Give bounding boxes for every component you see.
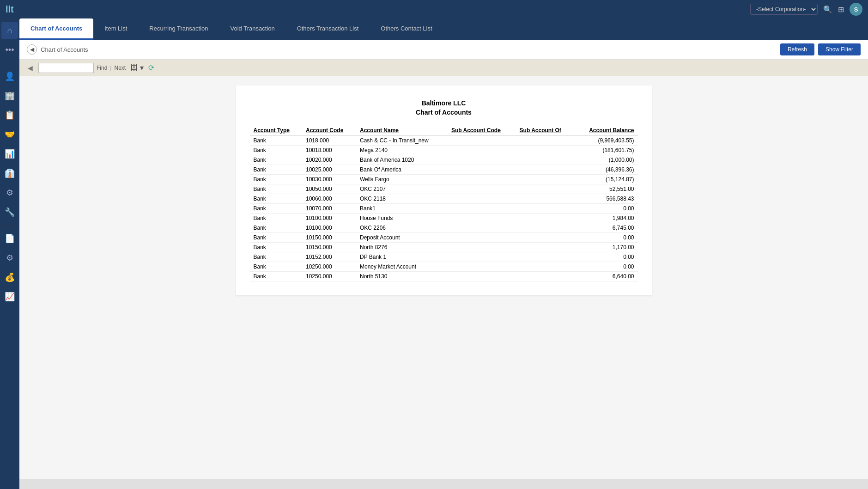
cell-account-balance: 0.00 [575, 233, 637, 243]
sidebar-item-contacts[interactable]: 🤝 [1, 126, 18, 143]
report-title: Chart of Accounts [250, 109, 638, 116]
cell-account-code: 10020.000 [302, 155, 356, 165]
sidebar-item-home[interactable]: ⌂ [1, 22, 18, 39]
cell-account-type: Bank [250, 146, 303, 155]
sidebar-item-tools[interactable]: 🔧 [1, 204, 18, 220]
cell-account-balance: 566,588.43 [575, 194, 637, 204]
cell-sub-account-code [448, 252, 516, 262]
cell-sub-account-code [448, 146, 516, 155]
cell-sub-account-of [516, 146, 575, 155]
table-row[interactable]: Bank 10030.000 Wells Fargo (15,124.87) [250, 175, 638, 184]
sidebar-item-system-settings[interactable]: ⚙ [1, 250, 18, 266]
table-row[interactable]: Bank 10020.000 Bank of America 1020 (1,0… [250, 155, 638, 165]
cell-account-balance: 1,984.00 [575, 214, 637, 223]
cell-sub-account-of [516, 272, 575, 281]
cell-account-type: Bank [250, 262, 303, 272]
grid-icon[interactable]: ⊞ [838, 5, 844, 14]
table-row[interactable]: Bank 10250.000 North 5130 6,640.00 [250, 272, 638, 281]
sidebar-item-user[interactable]: 👤 [1, 68, 18, 85]
sidebar-item-transactions[interactable]: 📄 [1, 230, 18, 247]
table-row[interactable]: Bank 10100.000 House Funds 1,984.00 [250, 214, 638, 223]
cell-sub-account-code [448, 223, 516, 233]
user-avatar[interactable]: S [850, 3, 862, 16]
cell-sub-account-code [448, 165, 516, 175]
table-row[interactable]: Bank 10060.000 OKC 2118 566,588.43 [250, 194, 638, 204]
next-label[interactable]: Next [114, 65, 126, 71]
cell-account-balance: 0.00 [575, 262, 637, 272]
cell-account-type: Bank [250, 194, 303, 204]
breadcrumb-left: ◀ Chart of Accounts [27, 44, 88, 55]
table-row[interactable]: Bank 10018.000 Mega 2140 (181,601.75) [250, 146, 638, 155]
statusbar [19, 479, 868, 489]
sidebar-item-chart[interactable]: 📈 [1, 288, 18, 305]
sidebar-item-documents[interactable]: 📋 [1, 107, 18, 123]
cell-account-type: Bank [250, 214, 303, 223]
cell-account-balance: 6,640.00 [575, 272, 637, 281]
cell-account-type: Bank [250, 175, 303, 184]
cell-account-name: House Funds [356, 214, 448, 223]
table-row[interactable]: Bank 10250.000 Money Market Account 0.00 [250, 262, 638, 272]
table-header-row: Account Type Account Code Account Name S… [250, 125, 638, 136]
cell-account-type: Bank [250, 165, 303, 175]
tab-recurring-transaction[interactable]: Recurring Transaction [138, 18, 219, 40]
cell-account-balance: 0.00 [575, 252, 637, 262]
cell-sub-account-of [516, 223, 575, 233]
table-row[interactable]: Bank 10150.000 North 8276 1,170.00 [250, 243, 638, 252]
cell-account-code: 10070.000 [302, 204, 356, 214]
export-icon[interactable]: 🖼 ▾ [128, 62, 145, 73]
sidebar: ⌂ ••• 👤 🏢 📋 🤝 📊 👔 ⚙ 🔧 📄 ⚙ 💰 📈 [0, 18, 19, 489]
cell-account-code: 10250.000 [302, 272, 356, 281]
sidebar-item-buildings[interactable]: 🏢 [1, 87, 18, 104]
search-icon[interactable]: 🔍 [823, 5, 832, 14]
table-row[interactable]: Bank 10050.000 OKC 2107 52,551.00 [250, 184, 638, 194]
table-row[interactable]: Bank 10025.000 Bank Of America (46,396.3… [250, 165, 638, 175]
sidebar-item-reports[interactable]: 📊 [1, 146, 18, 162]
cell-sub-account-of [516, 165, 575, 175]
find-label: Find [97, 65, 107, 71]
cell-account-name: OKC 2118 [356, 194, 448, 204]
table-row[interactable]: Bank 10152.000 DP Bank 1 0.00 [250, 252, 638, 262]
corporation-select[interactable]: -Select Corporation- [750, 4, 818, 15]
back-button[interactable]: ◀ [27, 44, 37, 55]
cell-account-code: 10250.000 [302, 262, 356, 272]
cell-account-name: Deposit Account [356, 233, 448, 243]
sidebar-item-more[interactable]: ••• [1, 42, 18, 58]
tab-bar: Chart of Accounts Item List Recurring Tr… [19, 18, 868, 40]
tab-chart-of-accounts[interactable]: Chart of Accounts [19, 18, 93, 40]
cell-account-balance: (46,396.36) [575, 165, 637, 175]
cell-account-name: Bank of America 1020 [356, 155, 448, 165]
cell-sub-account-code [448, 243, 516, 252]
toolbar-back-arrow[interactable]: ◀ [25, 63, 36, 73]
tab-item-list[interactable]: Item List [93, 18, 138, 40]
search-input[interactable] [38, 63, 94, 73]
cell-account-name: Wells Fargo [356, 175, 448, 184]
cell-sub-account-code [448, 233, 516, 243]
cell-account-code: 10030.000 [302, 175, 356, 184]
cell-account-name: OKC 2206 [356, 223, 448, 233]
cell-sub-account-code [448, 155, 516, 165]
tab-void-transaction[interactable]: Void Transaction [219, 18, 286, 40]
cell-sub-account-code [448, 194, 516, 204]
table-row[interactable]: Bank 10070.000 Bank1 0.00 [250, 204, 638, 214]
toolbar-refresh-icon[interactable]: ⟳ [148, 63, 154, 72]
cell-sub-account-code [448, 184, 516, 194]
cell-sub-account-code [448, 136, 516, 146]
cell-account-type: Bank [250, 272, 303, 281]
cell-account-code: 10018.000 [302, 146, 356, 155]
table-row[interactable]: Bank 10100.000 OKC 2206 6,745.00 [250, 223, 638, 233]
sidebar-item-settings[interactable]: ⚙ [1, 184, 18, 201]
sidebar-item-person[interactable]: 👔 [1, 165, 18, 182]
table-row[interactable]: Bank 10150.000 Deposit Account 0.00 [250, 233, 638, 243]
refresh-button[interactable]: Refresh [780, 43, 814, 55]
show-filter-button[interactable]: Show Filter [818, 43, 861, 55]
cell-account-type: Bank [250, 252, 303, 262]
tab-others-transaction-list[interactable]: Others Transaction List [286, 18, 370, 40]
cell-sub-account-code [448, 175, 516, 184]
table-row[interactable]: Bank 1018.000 Cash & CC - In Transit_new… [250, 136, 638, 146]
cell-sub-account-code [448, 262, 516, 272]
sidebar-item-finance[interactable]: 💰 [1, 269, 18, 286]
cell-account-type: Bank [250, 155, 303, 165]
col-account-code: Account Code [302, 125, 356, 136]
cell-sub-account-of [516, 252, 575, 262]
tab-others-contact-list[interactable]: Others Contact List [370, 18, 443, 40]
